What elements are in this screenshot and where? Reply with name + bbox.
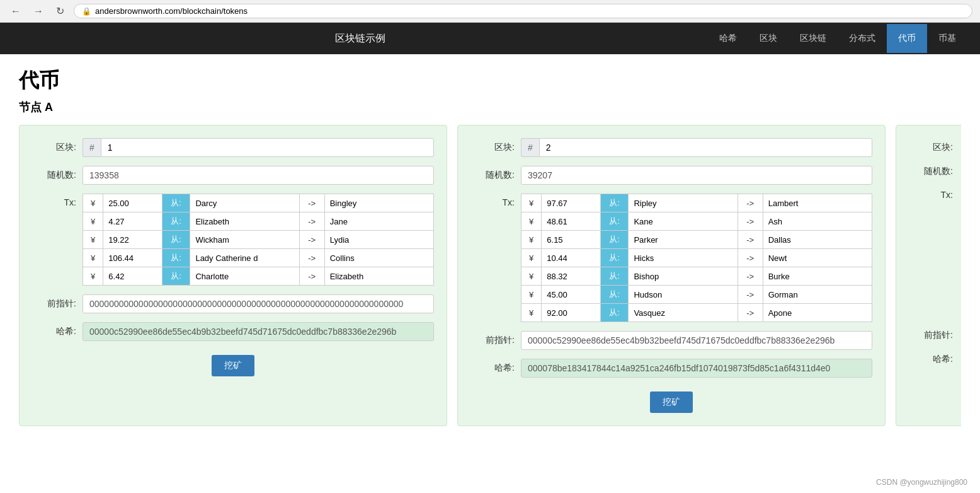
arrow-2-4: ->	[738, 249, 763, 267]
amount-1-2[interactable]	[103, 212, 162, 231]
from-label-1-2: 从:	[162, 212, 190, 231]
brand-title: 区块链示例	[13, 32, 708, 45]
block-label-3: 区块:	[909, 138, 953, 153]
sender-2-3[interactable]	[629, 231, 738, 249]
arrow-2-3: ->	[738, 231, 763, 249]
block-number-input-2[interactable]	[539, 138, 872, 157]
receiver-1-1[interactable]	[324, 194, 433, 212]
receiver-2-4[interactable]	[763, 249, 872, 267]
sender-2-7[interactable]	[629, 304, 738, 322]
receiver-2-3[interactable]	[763, 231, 872, 249]
receiver-2-6[interactable]	[763, 286, 872, 304]
nonce-input-1[interactable]	[83, 166, 434, 185]
sender-2-1[interactable]	[629, 194, 738, 212]
arrow-1-5: ->	[299, 267, 324, 286]
from-label-2-5: 从:	[600, 267, 629, 286]
nav-block[interactable]: 区块	[748, 24, 789, 53]
from-label-2-7: 从:	[600, 304, 629, 322]
nonce-input-2[interactable]	[521, 166, 872, 185]
table-row: ¥ 从: ->	[521, 286, 872, 304]
tx-row-1: Tx: ¥ 从: ->	[32, 194, 434, 286]
sender-1-3[interactable]	[190, 231, 299, 249]
receiver-2-2[interactable]	[763, 212, 872, 231]
amount-2-4[interactable]	[542, 249, 600, 267]
blocks-row: 区块: # 随机数: Tx: ¥	[19, 125, 961, 426]
url-text: andersbrownworth.com/blockchain/tokens	[95, 6, 248, 16]
block-num-wrapper-1: #	[83, 138, 434, 157]
table-row: ¥ 从: ->	[521, 231, 872, 249]
tx-table-wrapper-2: ¥ 从: -> ¥ 从:	[521, 194, 872, 322]
receiver-1-4[interactable]	[324, 249, 433, 267]
receiver-2-5[interactable]	[763, 267, 872, 286]
prev-row-2: 前指针:	[470, 331, 872, 350]
table-row: ¥ 从: ->	[521, 249, 872, 267]
amount-1-1[interactable]	[103, 194, 162, 212]
from-label-2-6: 从:	[600, 286, 629, 304]
prev-input-2[interactable]	[521, 331, 872, 350]
nav-blockchain[interactable]: 区块链	[789, 24, 838, 53]
arrow-2-6: ->	[738, 286, 763, 304]
prev-input-1[interactable]	[83, 294, 434, 313]
sender-2-5[interactable]	[629, 267, 738, 286]
hash-label-1: 哈希:	[32, 322, 76, 337]
sender-1-2[interactable]	[190, 212, 299, 231]
sender-2-6[interactable]	[629, 286, 738, 304]
amount-1-5[interactable]	[103, 267, 162, 286]
receiver-1-2[interactable]	[324, 212, 433, 231]
amount-2-2[interactable]	[542, 212, 600, 231]
tx-label-1: Tx:	[32, 194, 76, 207]
receiver-1-3[interactable]	[324, 231, 433, 249]
arrow-2-1: ->	[738, 194, 763, 212]
sender-1-4[interactable]	[190, 249, 299, 267]
sender-1-5[interactable]	[190, 267, 299, 286]
nav-hash[interactable]: 哈希	[708, 24, 748, 53]
block-label-1: 区块:	[32, 138, 76, 153]
prev-label-3: 前指针:	[909, 326, 953, 341]
nav-coinbase[interactable]: 币基	[927, 24, 967, 53]
from-label-1-1: 从:	[162, 194, 190, 212]
amount-2-1[interactable]	[542, 194, 600, 212]
mine-button-2[interactable]: 挖矿	[650, 392, 693, 413]
refresh-button[interactable]: ↻	[53, 4, 67, 18]
yen-2-2: ¥	[521, 212, 542, 231]
lock-icon: 🔒	[82, 7, 91, 16]
back-button[interactable]: ←	[8, 4, 24, 18]
tx-label-3: Tx:	[909, 186, 953, 200]
address-bar[interactable]: 🔒 andersbrownworth.com/blockchain/tokens	[74, 4, 972, 18]
nav-tokens[interactable]: 代币	[887, 24, 927, 53]
table-row: ¥ 从: ->	[83, 267, 434, 286]
amount-2-3[interactable]	[542, 231, 600, 249]
block-num-wrapper-2: #	[521, 138, 872, 157]
yen-2-3: ¥	[521, 231, 542, 249]
yen-1-4: ¥	[83, 249, 103, 267]
sender-2-2[interactable]	[629, 212, 738, 231]
forward-button[interactable]: →	[30, 4, 47, 18]
table-row: ¥ 从: ->	[83, 231, 434, 249]
sender-2-4[interactable]	[629, 249, 738, 267]
prev-label-1: 前指针:	[32, 294, 76, 310]
amount-2-6[interactable]	[542, 286, 600, 304]
nonce-label-3: 随机数:	[909, 162, 953, 177]
block-number-input-1[interactable]	[101, 138, 434, 157]
table-row: ¥ 从: ->	[83, 212, 434, 231]
receiver-2-1[interactable]	[763, 194, 872, 212]
amount-2-5[interactable]	[542, 267, 600, 286]
receiver-1-5[interactable]	[324, 267, 433, 286]
nav-distributed[interactable]: 分布式	[838, 24, 887, 53]
yen-1-1: ¥	[83, 194, 103, 212]
section-title: 节点 A	[19, 100, 961, 115]
block-number-row-2: 区块: #	[470, 138, 872, 157]
yen-2-5: ¥	[521, 267, 542, 286]
amount-1-4[interactable]	[103, 249, 162, 267]
sender-1-1[interactable]	[190, 194, 299, 212]
mine-button-1[interactable]: 挖矿	[212, 355, 254, 376]
tx-table-2: ¥ 从: -> ¥ 从:	[521, 194, 872, 322]
amount-1-3[interactable]	[103, 231, 162, 249]
amount-2-7[interactable]	[542, 304, 600, 322]
top-nav: 区块链示例 哈希 区块 区块链 分布式 代币 币基	[0, 23, 980, 54]
receiver-2-7[interactable]	[763, 304, 872, 322]
table-row: ¥ 从: ->	[83, 249, 434, 267]
nonce-label-2: 随机数:	[470, 166, 515, 181]
page-content: 代币 节点 A 区块: # 随机数: Tx:	[0, 54, 980, 439]
arrow-1-4: ->	[299, 249, 324, 267]
